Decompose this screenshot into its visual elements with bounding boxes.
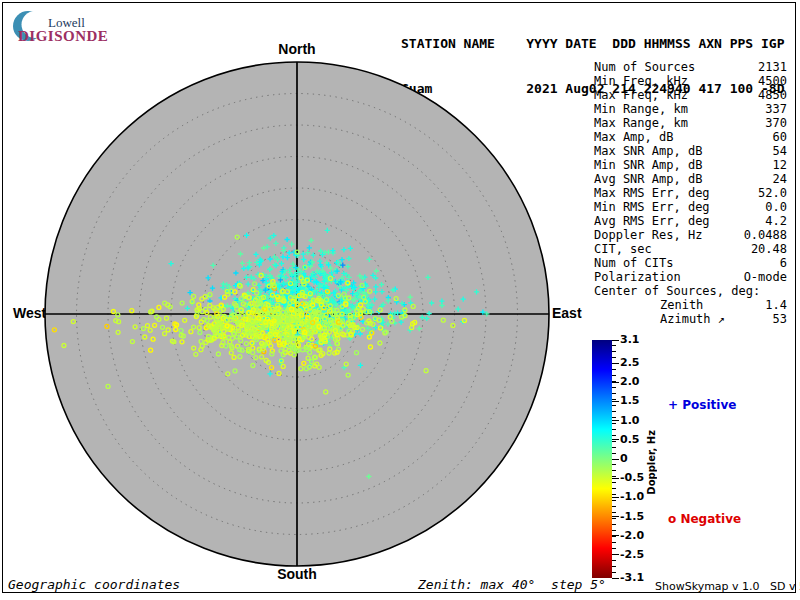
colorbar-minor-tick [612, 435, 616, 436]
colorbar-minor-tick [612, 548, 616, 549]
stat-row: Num of CITs6 [594, 256, 787, 270]
stat-label: CIT, sec [594, 242, 652, 256]
colorbar-major-tick [612, 497, 619, 498]
direction-label-north: North [247, 41, 347, 57]
stat-value: 370 [765, 116, 787, 130]
colorbar-tick-label: -2.5 [620, 548, 644, 561]
doppler-colorbar [592, 340, 612, 578]
stat-label: Polarization [594, 270, 681, 284]
colorbar-minor-tick [612, 542, 616, 543]
stat-row: Azimuth ↗53 [594, 312, 787, 326]
colorbar-tick-label: 0.5 [620, 433, 640, 446]
colorbar-tick-label: 2.5 [620, 356, 640, 369]
stat-row: Max Range, km370 [594, 116, 787, 130]
legend-positive: + Positive [668, 398, 736, 412]
stat-row: Max Amp, dB60 [594, 130, 787, 144]
stat-value: 54 [773, 144, 787, 158]
stat-value: 52.0 [758, 186, 787, 200]
colorbar-minor-tick [612, 447, 616, 448]
colorbar-tick-label: 3.1 [620, 333, 640, 346]
stat-row: PolarizationO-mode [594, 270, 787, 284]
colorbar-minor-tick [612, 369, 616, 370]
stat-row: Min Range, km337 [594, 102, 787, 116]
stat-value: 2131 [758, 60, 787, 74]
stat-row: CIT, sec20.48 [594, 242, 787, 256]
stat-row: Doppler Res, Hz0.0488 [594, 228, 787, 242]
stat-label: Azimuth ↗ [660, 312, 725, 326]
colorbar-tick-label: 2.0 [620, 375, 640, 388]
footer-coordinate-system: Geographic coordinates [8, 577, 180, 592]
colorbar-major-tick [612, 578, 619, 579]
colorbar-minor-tick [612, 357, 616, 358]
colorbar-minor-tick [612, 560, 616, 561]
colorbar-tick-label: -2.0 [620, 529, 644, 542]
stat-label: Center of Sources, deg: [594, 284, 760, 298]
skymap-plot [43, 60, 551, 568]
stat-value: 6 [780, 256, 787, 270]
colorbar-minor-tick [612, 441, 616, 442]
colorbar-minor-tick [612, 512, 616, 513]
colorbar-major-tick [612, 363, 619, 364]
colorbar-title: Doppler, Hz [646, 430, 657, 495]
footer-zenith-scale: Zenith: max 40° step 5° [418, 577, 606, 592]
stat-label: Max Range, km [594, 116, 688, 130]
colorbar-minor-tick [612, 423, 616, 424]
stat-row: Avg RMS Err, deg4.2 [594, 214, 787, 228]
stat-value: 4.2 [765, 214, 787, 228]
stat-row: Min SNR Amp, dB12 [594, 158, 787, 172]
stat-value: 4500 [758, 74, 787, 88]
lowell-digisonde-logo: Lowell DIGISONDE [10, 7, 130, 47]
stat-value: 0.0 [765, 200, 787, 214]
stat-value: 337 [765, 102, 787, 116]
stat-label: Min SNR Amp, dB [594, 158, 702, 172]
skymap-window: Lowell DIGISONDE STATION NAME YYYY DATE … [0, 0, 800, 600]
stat-label: Max SNR Amp, dB [594, 144, 702, 158]
stat-value: 24 [773, 172, 787, 186]
colorbar-minor-tick [612, 417, 616, 418]
stat-row: Center of Sources, deg: [594, 284, 787, 298]
colorbar-minor-tick [612, 530, 616, 531]
stats-panel: Num of Sources2131Min Freq, kHz4500Max F… [594, 60, 787, 326]
stat-label: Max RMS Err, deg [594, 186, 710, 200]
colorbar-minor-tick [612, 506, 616, 507]
stat-row: Min Freq, kHz4500 [594, 74, 787, 88]
stat-row: Zenith1.4 [594, 298, 787, 312]
stat-value: 1.4 [765, 298, 787, 312]
plus-marker-icon: + [668, 398, 678, 412]
colorbar-tick-label: -1.5 [620, 510, 644, 523]
colorbar-minor-tick [612, 351, 616, 352]
colorbar-minor-tick [612, 393, 616, 394]
colorbar-major-tick [612, 382, 619, 383]
colorbar-tick-label: 1.0 [620, 414, 640, 427]
legend-negative: o Negative [668, 512, 741, 526]
stat-label: Min RMS Err, deg [594, 200, 710, 214]
circle-marker-icon: o [668, 512, 676, 526]
legend-negative-label: Negative [680, 512, 741, 526]
colorbar-minor-tick [612, 429, 616, 430]
colorbar-major-tick [612, 420, 619, 421]
stat-row: Max SNR Amp, dB54 [594, 144, 787, 158]
stat-label: Num of Sources [594, 60, 695, 74]
colorbar-minor-tick [612, 405, 616, 406]
stat-label: Doppler Res, Hz [594, 228, 702, 242]
colorbar-major-tick [612, 516, 619, 517]
direction-label-east: East [552, 305, 582, 321]
colorbar-minor-tick [612, 399, 616, 400]
colorbar-major-tick [612, 340, 619, 341]
colorbar-major-tick [612, 478, 619, 479]
stat-row: Min RMS Err, deg0.0 [594, 200, 787, 214]
colorbar-minor-tick [612, 345, 616, 346]
legend-positive-label: Positive [682, 398, 736, 412]
stat-value: O-mode [744, 270, 787, 284]
stat-row: Avg SNR Amp, dB24 [594, 172, 787, 186]
colorbar-tick-label: -0.5 [620, 471, 644, 484]
direction-label-west: West [13, 305, 46, 321]
stat-value: 20.48 [751, 242, 787, 256]
stat-label: Min Range, km [594, 102, 688, 116]
stat-value: 4850 [758, 88, 787, 102]
stat-value: 60 [773, 130, 787, 144]
colorbar-major-tick [612, 401, 619, 402]
stat-row: Num of Sources2131 [594, 60, 787, 74]
colorbar-major-tick [612, 439, 619, 440]
colorbar-minor-tick [612, 411, 616, 412]
